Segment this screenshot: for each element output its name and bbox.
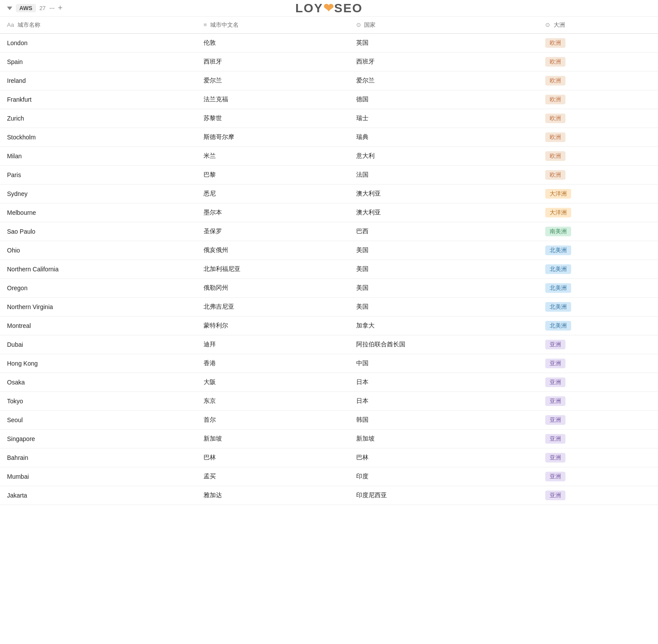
cell-country: 意大利 <box>349 147 539 166</box>
table-row: Montreal蒙特利尔加拿大北美洲 <box>0 317 658 335</box>
continent-badge: 亚洲 <box>545 340 565 349</box>
continent-badge: 北美洲 <box>545 302 571 312</box>
continent-badge: 欧洲 <box>545 114 565 123</box>
continent-badge: 亚洲 <box>545 453 565 463</box>
col-continent[interactable]: ⊙ 大洲 <box>538 17 658 34</box>
table-row: Ohio俄亥俄州美国北美洲 <box>0 241 658 260</box>
cell-city-name: Spain <box>0 53 197 71</box>
cell-continent: 亚洲 <box>538 486 658 505</box>
cell-city-name: Sydney <box>0 185 197 203</box>
continent-badge: 亚洲 <box>545 434 565 444</box>
col-country[interactable]: ⊙ 国家 <box>349 17 539 34</box>
cell-city-chinese: 蒙特利尔 <box>197 317 349 335</box>
cell-country: 瑞典 <box>349 128 539 147</box>
cell-city-name: Stockholm <box>0 128 197 147</box>
cell-continent: 亚洲 <box>538 392 658 411</box>
cell-continent: 欧洲 <box>538 109 658 128</box>
cell-continent: 北美洲 <box>538 298 658 317</box>
cell-city-name: Oregon <box>0 279 197 298</box>
table-row: Paris巴黎法国欧洲 <box>0 166 658 185</box>
cell-country: 爱尔兰 <box>349 71 539 90</box>
cell-city-name: Ohio <box>0 241 197 260</box>
cell-country: 新加坡 <box>349 430 539 448</box>
cell-country: 瑞士 <box>349 109 539 128</box>
cell-continent: 南美洲 <box>538 222 658 241</box>
table-row: Tokyo东京日本亚洲 <box>0 392 658 411</box>
text-icon: Aa <box>7 21 14 28</box>
table-row: Melbourne墨尔本澳大利亚大洋洲 <box>0 203 658 222</box>
cell-city-name: Melbourne <box>0 203 197 222</box>
cell-city-name: Jakarta <box>0 486 197 505</box>
cell-city-name: Dubai <box>0 335 197 354</box>
cell-city-chinese: 大阪 <box>197 373 349 392</box>
cell-country: 印度尼西亚 <box>349 486 539 505</box>
cell-city-chinese: 爱尔兰 <box>197 71 349 90</box>
cell-city-chinese: 苏黎世 <box>197 109 349 128</box>
cell-city-name: Sao Paulo <box>0 222 197 241</box>
cell-country: 美国 <box>349 241 539 260</box>
cell-city-name: Northern California <box>0 260 197 279</box>
cell-continent: 亚洲 <box>538 430 658 448</box>
table-row: Bahrain巴林巴林亚洲 <box>0 448 658 467</box>
cell-city-name: Milan <box>0 147 197 166</box>
cell-country: 阿拉伯联合酋长国 <box>349 335 539 354</box>
cell-continent: 大洋洲 <box>538 185 658 203</box>
cell-country: 澳大利亚 <box>349 185 539 203</box>
cell-city-chinese: 迪拜 <box>197 335 349 354</box>
cell-city-name: London <box>0 34 197 53</box>
cell-country: 日本 <box>349 373 539 392</box>
add-icon[interactable]: + <box>58 4 63 13</box>
table-row: Zurich苏黎世瑞士欧洲 <box>0 109 658 128</box>
cell-country: 加拿大 <box>349 317 539 335</box>
cell-city-name: Zurich <box>0 109 197 128</box>
cell-country: 韩国 <box>349 411 539 430</box>
table-row: Sao Paulo圣保罗巴西南美洲 <box>0 222 658 241</box>
cell-city-chinese: 雅加达 <box>197 486 349 505</box>
table-row: Oregon俄勒冈州美国北美洲 <box>0 279 658 298</box>
continent-badge: 大洋洲 <box>545 189 571 199</box>
cell-city-chinese: 伦敦 <box>197 34 349 53</box>
aws-badge[interactable]: AWS <box>16 4 36 12</box>
cell-continent: 北美洲 <box>538 279 658 298</box>
col-city-name[interactable]: Aa 城市名称 <box>0 17 197 34</box>
continent-badge: 南美洲 <box>545 227 571 236</box>
cell-continent: 欧洲 <box>538 71 658 90</box>
table-body: London伦敦英国欧洲Spain西班牙西班牙欧洲Ireland爱尔兰爱尔兰欧洲… <box>0 34 658 505</box>
cell-city-chinese: 悉尼 <box>197 185 349 203</box>
continent-badge: 北美洲 <box>545 246 571 255</box>
continent-badge: 亚洲 <box>545 396 565 406</box>
more-options-icon[interactable]: ··· <box>49 4 54 13</box>
cell-city-name: Frankfurt <box>0 90 197 109</box>
continent-badge: 亚洲 <box>545 472 565 481</box>
cell-country: 澳大利亚 <box>349 203 539 222</box>
col-city-chinese[interactable]: ≡ 城市中文名 <box>197 17 349 34</box>
continent-badge: 北美洲 <box>545 264 571 274</box>
cell-city-chinese: 巴林 <box>197 448 349 467</box>
cell-city-chinese: 米兰 <box>197 147 349 166</box>
cell-city-chinese: 俄亥俄州 <box>197 241 349 260</box>
continent-badge: 北美洲 <box>545 283 571 293</box>
continent-badge: 欧洲 <box>545 95 565 104</box>
continent-badge: 欧洲 <box>545 151 565 161</box>
table-header: Aa 城市名称 ≡ 城市中文名 ⊙ 国家 ⊙ 大洲 <box>0 17 658 34</box>
table-row: Northern California北加利福尼亚美国北美洲 <box>0 260 658 279</box>
expand-icon[interactable] <box>7 7 12 10</box>
continent-badge: 欧洲 <box>545 76 565 85</box>
cell-continent: 亚洲 <box>538 373 658 392</box>
cell-city-chinese: 孟买 <box>197 467 349 486</box>
top-bar: AWS 27 ··· + LOY❤SEO <box>0 0 658 17</box>
cell-continent: 北美洲 <box>538 317 658 335</box>
continent-badge: 欧洲 <box>545 132 565 142</box>
cell-country: 美国 <box>349 279 539 298</box>
cell-city-name: Paris <box>0 166 197 185</box>
cell-city-name: Mumbai <box>0 467 197 486</box>
cell-city-name: Singapore <box>0 430 197 448</box>
cell-city-chinese: 巴黎 <box>197 166 349 185</box>
cell-continent: 欧洲 <box>538 90 658 109</box>
cell-continent: 亚洲 <box>538 467 658 486</box>
cell-continent: 亚洲 <box>538 411 658 430</box>
table-row: Northern Virginia北弗吉尼亚美国北美洲 <box>0 298 658 317</box>
cell-country: 巴林 <box>349 448 539 467</box>
cell-city-name: Hong Kong <box>0 354 197 373</box>
table-row: Hong Kong香港中国亚洲 <box>0 354 658 373</box>
